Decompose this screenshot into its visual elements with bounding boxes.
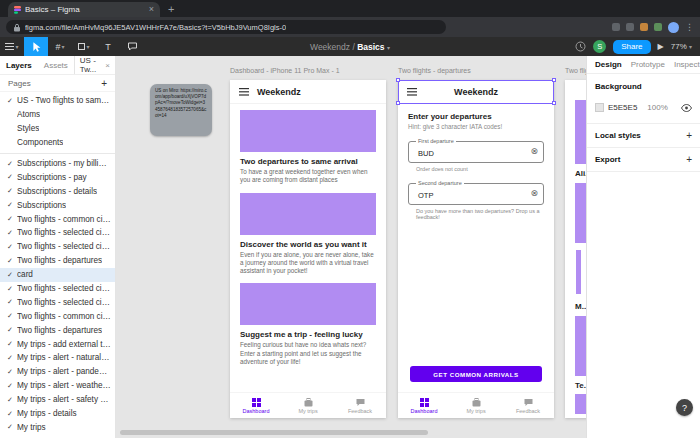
page-item[interactable]: ✓Two flights - common cities [0, 309, 115, 323]
clear-icon[interactable]: ⊗ [530, 189, 538, 198]
nav-item-dashboard[interactable]: Dashboard [230, 393, 282, 418]
field-value: BUD [418, 149, 434, 158]
field-label: Second departure [416, 180, 464, 186]
visibility-toggle[interactable] [681, 98, 692, 116]
page-item-label: Two flights - departures [17, 256, 102, 265]
color-swatch[interactable] [595, 103, 604, 112]
page-item[interactable]: ✓Two flights - common cities [0, 212, 115, 226]
inspector-tabs: Design Prototype Inspect [587, 56, 700, 74]
page-item[interactable]: ✓My trips - alert - safety status cha... [0, 393, 115, 407]
nav-item-feedback[interactable]: Feedback [502, 393, 554, 418]
placeholder-image [240, 193, 376, 235]
comment-tool-button[interactable] [120, 37, 144, 56]
zoom-control[interactable]: 77% ▾ [671, 42, 692, 51]
color-hex[interactable]: E5E5E5 [608, 103, 637, 112]
horizontal-scrollbar[interactable] [120, 430, 428, 435]
page-item[interactable]: Atoms [0, 108, 115, 122]
page-tab[interactable]: US - Tw...× [74, 56, 115, 74]
page-item[interactable]: ✓My trips [0, 420, 115, 434]
user-avatar[interactable]: S [593, 40, 606, 53]
browser-menu-icon[interactable]: ⋮ [685, 22, 694, 32]
page-item[interactable]: ✓US - Two flights to same arrival [0, 94, 115, 108]
extension-icon[interactable] [640, 23, 648, 31]
page-item[interactable]: ✓Two flights - selected city details [0, 240, 115, 254]
tab-layers[interactable]: Layers [0, 61, 38, 70]
page-item[interactable]: ✓Subscriptions - pay [0, 170, 115, 184]
frame-title[interactable]: Two flig... [565, 67, 586, 74]
help-button[interactable]: ? [676, 399, 693, 416]
chevron-down-icon: ▾ [689, 44, 692, 50]
add-page-button[interactable]: + [101, 78, 107, 89]
page-item[interactable]: ✓My trips - alert - weather forecast [0, 379, 115, 393]
page-item[interactable]: ✓Two flights - selected city inboun... [0, 295, 115, 309]
page-item[interactable]: ✓Subscriptions [0, 198, 115, 212]
tab-design[interactable]: Design [595, 60, 622, 69]
nav-item-feedback[interactable]: Feedback [334, 393, 386, 418]
move-tool-button[interactable] [24, 37, 48, 56]
zoom-level: 77% [671, 42, 687, 51]
opacity-value[interactable]: 100% [647, 103, 667, 112]
text-tool-button[interactable]: T [96, 37, 120, 56]
export-row: Export + [587, 148, 700, 172]
page-item[interactable]: ✓Subscriptions - my billing history [0, 157, 115, 171]
selection-handle[interactable] [552, 78, 556, 82]
page-item[interactable]: Components [0, 136, 115, 150]
extension-icon[interactable] [626, 23, 634, 31]
extension-icon[interactable] [612, 23, 620, 31]
share-button[interactable]: Share [613, 40, 650, 54]
cursor-icon [31, 41, 42, 53]
page-item[interactable]: ✓My trips - details [0, 407, 115, 421]
add-style-button[interactable]: + [686, 130, 692, 141]
frame-title[interactable]: Dashboard - iPhone 11 Pro Max - 1 [230, 67, 340, 74]
second-departure-field[interactable]: Second departure OTP ⊗ [408, 183, 544, 205]
get-common-arrivals-button[interactable]: GET COMMON ARRIVALS [410, 366, 542, 382]
page-item[interactable]: ✓Two flights - selected city d ... [0, 226, 115, 240]
sticky-note[interactable]: US on Miro: https://miro.com/app/board/u… [150, 84, 212, 136]
card-heading: Two departures to same arrival [240, 157, 376, 166]
tab-prototype[interactable]: Prototype [631, 60, 665, 69]
page-item[interactable]: Styles [0, 122, 115, 136]
new-tab-button[interactable]: + [168, 2, 174, 17]
nav-item-my-trips[interactable]: My trips [450, 393, 502, 418]
frame-title[interactable]: Two flights - departures [398, 67, 471, 74]
page-item[interactable]: ✓card [0, 268, 115, 282]
history-icon[interactable] [575, 41, 586, 52]
menu-icon[interactable] [239, 88, 249, 96]
tab-close-icon[interactable]: × [149, 5, 154, 14]
frame-dashboard[interactable]: Weekendz Two departures to same arrival … [230, 80, 386, 418]
present-button[interactable]: ▶ [658, 42, 664, 51]
page-item[interactable]: ✓My trips - alert - pandemic [0, 365, 115, 379]
browser-tab[interactable]: Basics – Figma × [8, 2, 160, 17]
feature-card[interactable]: Discover the world as you want it Even i… [240, 193, 376, 276]
first-departure-field[interactable]: First departure BUD ⊗ [408, 141, 544, 163]
close-icon[interactable]: × [105, 61, 110, 70]
extension-icon[interactable] [654, 23, 662, 31]
feature-card[interactable]: Suggest me a trip - feeling lucky Feelin… [240, 283, 376, 366]
add-export-button[interactable]: + [686, 154, 692, 165]
tab-inspect[interactable]: Inspect [674, 60, 700, 69]
page-item[interactable]: ✓Two flights - departures [0, 323, 115, 337]
nav-item-my-trips[interactable]: My trips [282, 393, 334, 418]
clear-icon[interactable]: ⊗ [530, 147, 538, 156]
feature-card[interactable]: Two departures to same arrival To have a… [240, 110, 376, 185]
url-field[interactable]: figma.com/file/AmHvMq96JE5AV1WHHrFA7e/Ba… [6, 20, 446, 34]
page-item[interactable]: ✓My trips - add external trip [0, 337, 115, 351]
tab-assets[interactable]: Assets [38, 61, 74, 70]
selection-handle[interactable] [396, 78, 400, 82]
page-item[interactable]: ✓Two flights - selected city - weat... [0, 282, 115, 296]
frame-tool-button[interactable]: #▾ [48, 37, 72, 56]
main-menu-button[interactable]: ▾ [0, 37, 24, 56]
nav-item-dashboard[interactable]: Dashboard [398, 393, 450, 418]
app-header-selected[interactable]: Weekendz [398, 80, 554, 104]
tab-title: Basics – Figma [25, 5, 145, 14]
shape-tool-button[interactable]: ▾ [72, 37, 96, 56]
canvas[interactable]: US on Miro: https://miro.com/app/board/u… [116, 56, 586, 438]
frame-departures[interactable]: Weekendz Enter your departures Hint: giv… [398, 80, 554, 418]
page-item[interactable]: ✓Subscriptions - details [0, 184, 115, 198]
page-item[interactable]: ✓Two flights - departures [0, 254, 115, 268]
frame-partial[interactable]: Ali... M... Te... [565, 80, 586, 418]
pages-header-label: Pages [8, 79, 31, 88]
page-item[interactable]: ✓My trips - alert - natural catastrop... [0, 351, 115, 365]
browser-profile-avatar[interactable] [668, 22, 679, 33]
check-icon: ✓ [7, 396, 17, 404]
